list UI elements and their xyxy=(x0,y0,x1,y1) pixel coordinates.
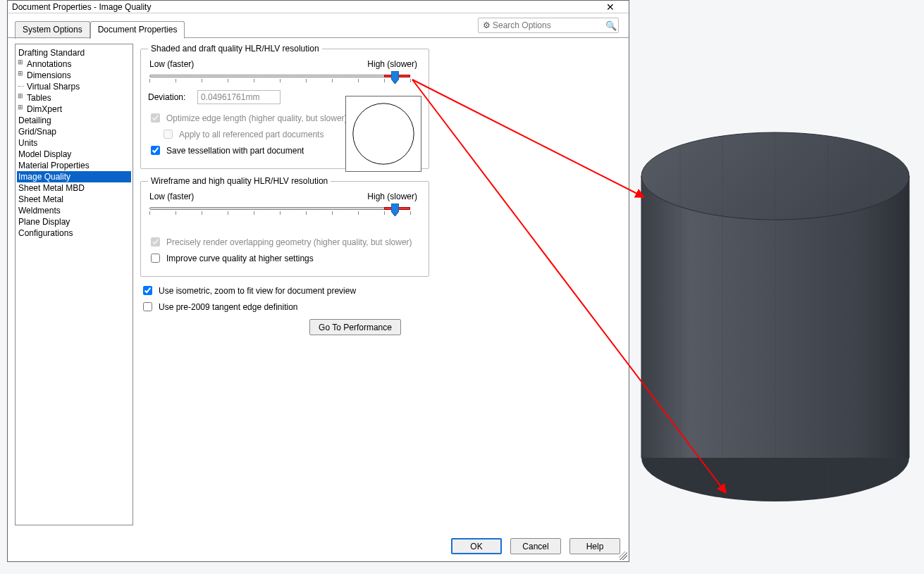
chk-pre2009-box[interactable] xyxy=(143,302,152,311)
svg-point-1 xyxy=(353,104,414,164)
slider1-high-label: High (slower) xyxy=(367,59,417,69)
tree-tables[interactable]: Tables xyxy=(17,92,131,104)
svg-marker-0 xyxy=(391,71,399,84)
window-title: Document Properties - Image Quality xyxy=(12,2,596,12)
group-shaded-quality: Shaded and draft quality HLR/HLV resolut… xyxy=(140,44,429,169)
titlebar: Document Properties - Image Quality ✕ xyxy=(8,1,629,13)
ok-button[interactable]: OK xyxy=(451,538,502,554)
help-button[interactable]: Help xyxy=(569,538,620,554)
tree-drafting-standard[interactable]: Drafting Standard xyxy=(17,47,131,58)
tree-virtual-sharps[interactable]: Virtual Sharps xyxy=(17,81,131,92)
tree-detailing[interactable]: Detailing xyxy=(17,115,131,126)
tree-units[interactable]: Units xyxy=(17,137,131,149)
group-wireframe-quality: Wireframe and high quality HLR/HLV resol… xyxy=(140,176,429,277)
tab-document-properties[interactable]: Document Properties xyxy=(90,21,185,39)
tab-system-options[interactable]: System Options xyxy=(15,21,90,39)
close-icon[interactable]: ✕ xyxy=(596,1,624,13)
tree-dimensions[interactable]: Dimensions xyxy=(17,70,131,81)
tree-configurations[interactable]: Configurations xyxy=(17,227,131,239)
tree-annotations[interactable]: Annotations xyxy=(17,58,131,70)
chk-optimize-edge-box xyxy=(151,113,160,123)
chk-improve-curve[interactable]: Improve curve quality at higher settings xyxy=(148,251,421,265)
tree-image-quality[interactable]: Image Quality xyxy=(17,171,131,182)
chk-isometric[interactable]: Use isometric, zoom to fit view for docu… xyxy=(140,284,622,297)
cancel-button[interactable]: Cancel xyxy=(510,538,561,554)
search-input[interactable] xyxy=(491,20,605,31)
chk-improve-curve-box[interactable] xyxy=(151,254,160,263)
slider-wireframe-quality[interactable] xyxy=(149,203,410,216)
search-icon[interactable]: 🔍 xyxy=(605,20,615,31)
chk-isometric-box[interactable] xyxy=(143,286,152,295)
tree-sheet-metal-mbd[interactable]: Sheet Metal MBD xyxy=(17,182,131,194)
settings-panel: Shaded and draft quality HLR/HLV resolut… xyxy=(140,38,622,525)
chk-applyall-box xyxy=(164,130,173,139)
group-shaded-legend: Shaded and draft quality HLR/HLV resolut… xyxy=(148,44,322,54)
slider2-thumb[interactable] xyxy=(391,204,399,216)
tree-model-display[interactable]: Model Display xyxy=(17,149,131,160)
deviation-label: Deviation: xyxy=(148,92,190,102)
dialog-buttons: OK Cancel Help xyxy=(8,532,629,561)
chk-pre2009[interactable]: Use pre-2009 tangent edge definition xyxy=(140,300,622,313)
tessellation-preview xyxy=(345,96,421,172)
deviation-field[interactable] xyxy=(197,90,281,104)
tree-weldments[interactable]: Weldments xyxy=(17,205,131,216)
svg-marker-2 xyxy=(391,204,399,216)
tree-dimxpert[interactable]: DimXpert xyxy=(17,104,131,115)
chk-save-tessellation-box[interactable] xyxy=(151,146,160,155)
tree-grid-snap[interactable]: Grid/Snap xyxy=(17,126,131,137)
chk-overlap: Precisely render overlapping geometry (h… xyxy=(148,235,421,249)
resize-grip[interactable] xyxy=(619,551,627,560)
tab-row: System Options Document Properties ⚙ 🔍 xyxy=(8,13,629,38)
slider2-high-label: High (slower) xyxy=(367,192,417,201)
group-wireframe-legend: Wireframe and high quality HLR/HLV resol… xyxy=(148,176,331,186)
search-box[interactable]: ⚙ 🔍 xyxy=(478,18,619,33)
cylinder-render xyxy=(638,113,913,514)
goto-performance-button[interactable]: Go To Performance xyxy=(309,319,401,335)
slider2-low-label: Low (faster) xyxy=(149,192,194,201)
gear-icon: ⚙ xyxy=(481,20,491,30)
category-tree[interactable]: Drafting Standard Annotations Dimensions… xyxy=(15,44,133,525)
tree-sheet-metal[interactable]: Sheet Metal xyxy=(17,194,131,205)
tree-material-properties[interactable]: Material Properties xyxy=(17,160,131,171)
slider1-thumb[interactable] xyxy=(391,71,399,84)
document-properties-dialog: Document Properties - Image Quality ✕ Sy… xyxy=(7,0,629,562)
chk-overlap-box xyxy=(151,237,160,247)
tree-plane-display[interactable]: Plane Display xyxy=(17,216,131,227)
slider1-low-label: Low (faster) xyxy=(149,59,194,69)
slider-shaded-quality[interactable] xyxy=(149,70,410,83)
